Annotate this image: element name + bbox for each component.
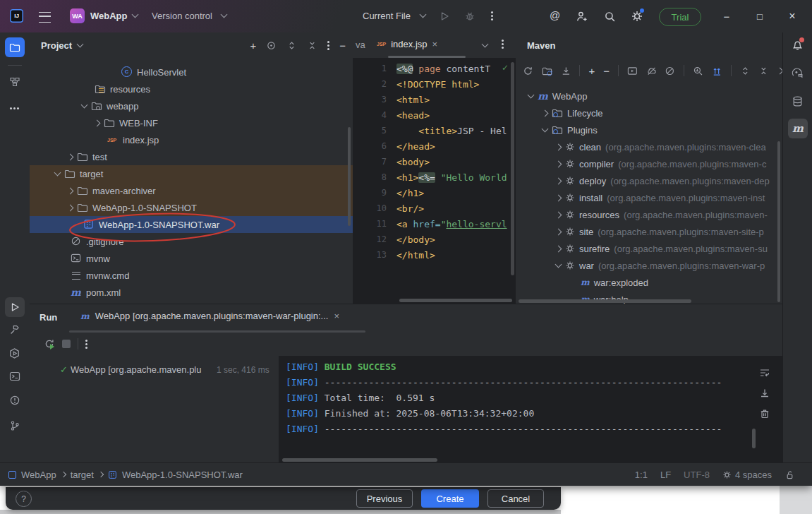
chevron-down-icon[interactable]: [555, 261, 562, 268]
search-icon[interactable]: [604, 11, 616, 23]
create-button[interactable]: Create: [421, 489, 479, 508]
code-line[interactable]: 2<!DOCTYPE html>: [353, 76, 516, 92]
breadcrumb-item[interactable]: target: [71, 470, 94, 480]
chevron-right-icon[interactable]: [555, 160, 562, 167]
code-line[interactable]: 10<br/>: [353, 201, 516, 216]
code-line[interactable]: 3<html>: [353, 92, 516, 107]
caret-position[interactable]: 1:1: [635, 470, 648, 480]
dependency-analyzer-icon[interactable]: [712, 66, 722, 76]
maven-plugin-deploy[interactable]: deploy (org.apache.maven.plugins:maven-d…: [516, 172, 782, 189]
partial-tab[interactable]: va: [356, 40, 365, 50]
indent-widget[interactable]: 4 spaces: [722, 470, 772, 480]
close-button[interactable]: ×: [784, 8, 800, 24]
tree-item-resources[interactable]: resources: [30, 80, 353, 97]
tree-item-gitignore[interactable]: .gitignore: [30, 233, 353, 250]
run-config-selector[interactable]: Current File: [363, 11, 411, 21]
maven-plugin-war[interactable]: war (org.apache.maven.plugins:maven-war-…: [516, 257, 782, 274]
chevron-right-icon[interactable]: [67, 187, 74, 194]
run-tab[interactable]: m WebApp [org.apache.maven.plugins:maven…: [80, 311, 339, 321]
structure-toolwindow-button[interactable]: [9, 76, 20, 88]
tree-item-webapp-snapshot-war[interactable]: WebApp-1.0-SNAPSHOT.war: [30, 216, 353, 233]
maven-plugin-compiler[interactable]: compiler (org.apache.maven.plugins:maven…: [516, 155, 782, 172]
expand-all-icon[interactable]: [740, 66, 751, 76]
run-button[interactable]: [439, 11, 450, 22]
tree-item-index-jsp[interactable]: JSP index.jsp: [30, 131, 353, 148]
lock-open-icon[interactable]: [784, 470, 795, 480]
main-menu-button[interactable]: [39, 12, 51, 23]
chevron-down-icon[interactable]: [482, 41, 489, 48]
skip-tests-icon[interactable]: [665, 66, 675, 76]
collapse-all-icon[interactable]: [758, 66, 769, 76]
editor-hscrollbar[interactable]: [399, 299, 512, 302]
chevron-down-icon[interactable]: [528, 92, 535, 99]
chevron-right-icon[interactable]: [542, 109, 549, 116]
chevron-right-icon[interactable]: [555, 245, 562, 252]
problems-toolwindow-button[interactable]: [9, 395, 20, 406]
console[interactable]: [INFO] BUILD SUCCESS[INFO] -------------…: [279, 356, 782, 463]
inspection-check-icon[interactable]: ✓: [502, 63, 509, 73]
chevron-right-icon[interactable]: [555, 228, 562, 235]
maven-plugin-clean[interactable]: clean (org.apache.maven.plugins:maven-cl…: [516, 138, 782, 155]
project-toolwindow-button[interactable]: [5, 37, 25, 57]
run-hscrollbar[interactable]: [282, 458, 437, 462]
chevron-right-icon[interactable]: [67, 204, 74, 211]
ai-assistant-toolwindow-button[interactable]: [792, 67, 804, 79]
close-tab-icon[interactable]: ×: [334, 311, 339, 321]
maven-item-lifecycle[interactable]: Lifecycle: [516, 104, 782, 121]
project-scrollbar[interactable]: [348, 127, 351, 226]
tab-index-jsp[interactable]: JSP index.jsp ×: [377, 39, 437, 49]
code-line[interactable]: 6</head>: [353, 138, 516, 154]
console-vscrollbar[interactable]: [752, 429, 756, 448]
run-toolwindow-button[interactable]: [5, 297, 25, 317]
editor-vscrollbar[interactable]: [511, 62, 514, 275]
maven-goal-war-exploded[interactable]: m war:exploded: [516, 274, 782, 291]
ai-assistant-icon[interactable]: @: [550, 9, 560, 21]
new-item-button[interactable]: +: [250, 40, 256, 52]
settings-button[interactable]: [631, 10, 643, 23]
rerun-button[interactable]: [44, 338, 55, 349]
breadcrumb-item[interactable]: WebApp: [21, 470, 56, 480]
chevron-right-icon[interactable]: [94, 119, 101, 126]
build-toolwindow-button[interactable]: [9, 324, 20, 335]
soft-wrap-icon[interactable]: [759, 367, 770, 378]
scroll-to-end-icon[interactable]: [759, 388, 770, 399]
maven-plugin-resources[interactable]: resources (org.apache.maven.plugins:mave…: [516, 206, 782, 223]
collapse-all-icon[interactable]: [307, 40, 317, 51]
chevron-down-icon[interactable]: [81, 102, 88, 109]
tree-item-maven-archiver[interactable]: maven-archiver: [30, 182, 353, 199]
tree-item-helloservlet[interactable]: C HelloServlet: [30, 64, 353, 80]
add-maven-project-icon[interactable]: +: [588, 65, 595, 77]
maven-plugin-site[interactable]: site (org.apache.maven.plugins:maven-sit…: [516, 223, 782, 240]
run-options-icon[interactable]: [85, 343, 87, 345]
services-toolwindow-button[interactable]: [8, 347, 20, 359]
tree-item-webapp[interactable]: webapp: [30, 97, 353, 114]
maven-toolwindow-button[interactable]: m: [788, 119, 808, 138]
more-toolwindows-icon[interactable]: [13, 107, 16, 109]
panel-options-icon[interactable]: [327, 44, 329, 47]
trial-badge[interactable]: Trial: [659, 8, 701, 26]
tree-item-target[interactable]: target: [30, 165, 353, 182]
offline-mode-icon[interactable]: [646, 66, 657, 76]
chevron-right-icon[interactable]: [555, 194, 562, 201]
vcs-widget[interactable]: Version control: [152, 11, 212, 21]
chevron-right-icon[interactable]: [67, 153, 74, 160]
more-run-options-icon[interactable]: [491, 15, 493, 17]
code-line[interactable]: 4<head>: [353, 107, 516, 123]
hide-panel-button[interactable]: −: [339, 40, 346, 52]
execute-goal-icon[interactable]: [627, 66, 638, 76]
remove-maven-project-icon[interactable]: −: [603, 65, 610, 77]
code-line[interactable]: 1<%@ page contentT: [353, 61, 516, 76]
chevron-right-icon[interactable]: [555, 211, 562, 218]
generate-sources-icon[interactable]: [542, 66, 552, 76]
tree-item-mvnw-cmd[interactable]: mvnw.cmd: [30, 267, 353, 284]
chevron-down-icon[interactable]: [54, 169, 61, 177]
maven-plugin-surefire[interactable]: surefire (org.apache.maven.plugins:maven…: [516, 240, 782, 257]
database-toolwindow-button[interactable]: [792, 95, 804, 107]
previous-button[interactable]: Previous: [356, 489, 413, 508]
expand-all-icon[interactable]: [286, 40, 297, 51]
minimize-button[interactable]: −: [719, 8, 734, 24]
tab-scrollbar[interactable]: [388, 56, 466, 58]
maven-item-plugins[interactable]: Plugins: [516, 121, 782, 138]
breadcrumb-item[interactable]: WebApp-1.0-SNAPSHOT.war: [122, 470, 243, 480]
project-panel-title[interactable]: Project: [41, 40, 72, 51]
